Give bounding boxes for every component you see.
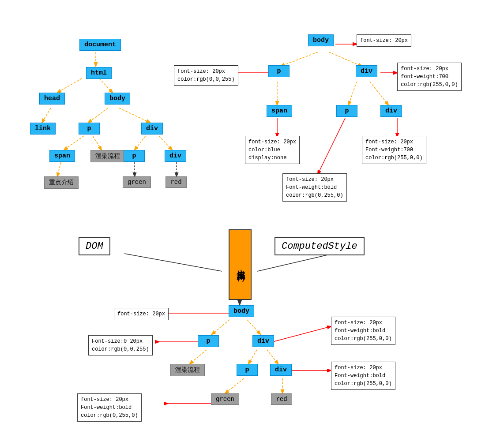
svg-line-27 [190,350,207,364]
node-p2: p [124,150,145,162]
svg-line-8 [57,162,61,176]
svg-line-2 [99,79,113,93]
style-p-right2: font-size: 20px Font-weight:bold color:r… [282,173,347,202]
svg-line-3 [42,108,51,123]
node-html: html [86,67,112,79]
node-body-bottom: body [229,305,254,317]
node-span1: span [49,150,75,162]
computed-label: ComputedStyle [275,237,365,255]
node-div-bottom: div [252,335,274,347]
svg-line-1 [57,79,82,93]
svg-line-16 [349,82,357,105]
svg-line-33 [273,326,331,342]
style-div-right2: font-size: 20px Font-weight:700 color:rg… [362,136,426,164]
style-p-right: font-size: 20px color:rgb(0,0,255) [174,65,238,86]
style-body-right: font-size: 20px [357,34,411,47]
node-div2: div [165,150,186,162]
node-green-bottom: green [211,393,239,405]
svg-line-17 [370,82,388,105]
svg-line-28 [248,350,257,364]
style-p-bottom: Font-size:0 20px color:rgb(0,0,255) [88,335,153,355]
svg-line-29 [267,350,278,364]
svg-line-14 [329,52,362,66]
node-span-right: span [267,105,292,117]
node-key1: 重点介绍 [44,176,79,189]
style-div-right: font-size: 20px font-weight:700 color:rg… [397,63,462,91]
gen-layout-label: 生成布局树 [229,229,252,300]
svg-line-13 [281,52,318,66]
svg-line-38 [257,254,333,271]
svg-line-26 [247,320,260,334]
svg-line-30 [225,378,244,393]
style-div-bottom: font-size: 20px font-weight:bold color:r… [331,317,395,345]
svg-line-23 [318,118,345,174]
node-body-left: body [105,93,130,105]
node-p-right2: p [336,105,357,117]
node-div1: div [141,123,163,135]
node-head: head [39,93,65,105]
node-p-bottom: p [198,335,219,347]
style-span-right: font-size: 20px color:blue display:none [245,136,300,164]
node-p-bottom2: p [237,364,258,376]
node-div-right2: div [380,105,402,117]
svg-line-7 [93,136,102,150]
node-render1: 渲染流程 [90,150,125,162]
svg-line-5 [119,108,150,123]
node-render-bottom: 渲染流程 [170,364,205,376]
node-green1: green [123,176,151,188]
svg-line-37 [124,254,222,271]
style-green-bottom: font-size: 20px Font-weight:bold color:r… [77,393,142,422]
node-p-right: p [268,65,290,77]
style-p-bottom2: font-size: 20px Font-weight:bold color:r… [331,362,395,390]
node-p1: p [79,123,100,135]
style-body-bottom: font-size: 20px [114,308,169,320]
node-document: document [79,39,121,51]
dom-label: DOM [79,237,110,255]
node-link: link [30,123,56,135]
svg-line-4 [88,108,108,123]
node-body-right: body [308,34,334,46]
node-red-bottom: red [271,393,292,405]
node-div-bottom2: div [270,364,292,376]
node-red1: red [165,176,187,188]
node-div-right: div [356,65,377,77]
svg-line-9 [135,136,146,150]
svg-line-6 [64,136,84,150]
svg-line-25 [212,320,229,334]
svg-line-10 [159,136,172,150]
